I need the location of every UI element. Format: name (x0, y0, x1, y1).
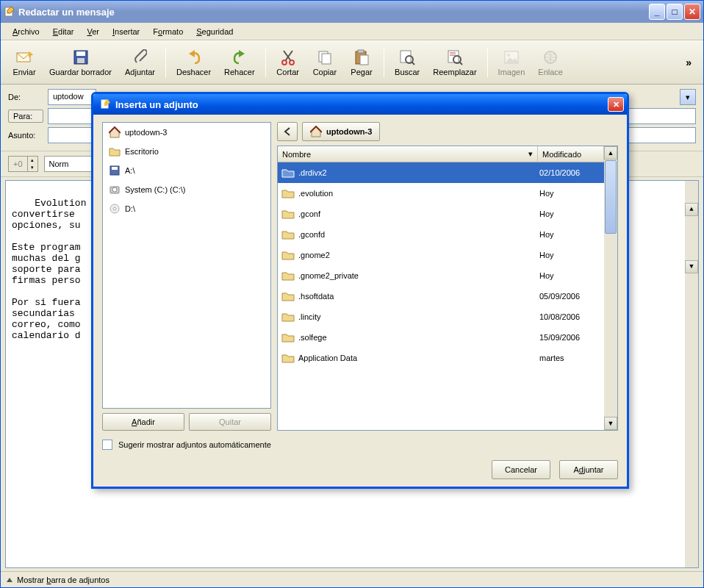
paste-icon (353, 49, 370, 66)
save-draft-button[interactable]: Guardar borrador (43, 46, 118, 79)
floppy-icon (72, 49, 90, 66)
svg-point-25 (113, 207, 116, 210)
home-icon (109, 126, 121, 138)
file-row[interactable]: .gnome2Hoy (278, 245, 604, 265)
copy-button[interactable]: Copiar (307, 46, 342, 79)
attach-dialog: Inserta un adjunto ✕ uptodown-3Escritori… (91, 92, 629, 489)
folder-icon (281, 290, 295, 302)
location-button[interactable]: uptodown-3 (302, 122, 380, 141)
folder-icon (281, 331, 295, 343)
file-row[interactable]: .evolutionHoy (278, 183, 604, 204)
svg-point-23 (112, 187, 117, 192)
link-button: Enlace (532, 46, 569, 79)
add-place-button[interactable]: Añadir (102, 413, 184, 431)
col-modified[interactable]: Modificado (538, 146, 604, 162)
toolbar-overflow[interactable]: » (680, 54, 697, 71)
places-panel: uptodown-3EscritorioA:\System (C:) (C:\)… (102, 122, 271, 431)
file-row[interactable]: .solfege15/09/2006 (278, 327, 604, 348)
floppy-icon (109, 165, 121, 176)
svg-point-5 (282, 60, 287, 65)
suggest-checkbox[interactable] (102, 440, 112, 450)
place-item[interactable]: uptodown-3 (103, 123, 270, 142)
folder-icon (109, 146, 121, 157)
scroll-down-icon[interactable]: ▼ (604, 417, 617, 430)
file-row[interactable]: .gconfdHoy (278, 224, 604, 245)
paste-button[interactable]: Pegar (344, 46, 379, 79)
spin-down[interactable]: ▾ (27, 164, 37, 171)
find-button[interactable]: Buscar (389, 46, 425, 79)
undo-button[interactable]: Deshacer (170, 46, 217, 79)
scroll-up-icon[interactable]: ▲ (685, 203, 698, 216)
editor-scrollbar[interactable]: ▲ ▼ (685, 181, 698, 567)
menu-formato[interactable]: Formato (147, 26, 189, 37)
menu-archivo[interactable]: Archivo (7, 26, 46, 37)
compose-icon (4, 6, 15, 18)
dialog-close-button[interactable]: ✕ (608, 97, 624, 112)
toolbar-separator (487, 48, 488, 77)
attach-button[interactable]: Adjuntar (119, 46, 161, 79)
font-size-spinner[interactable]: +0 ▴▾ (8, 156, 38, 172)
send-button[interactable]: Enviar (7, 46, 42, 79)
suggest-row: Sugerir mostrar adjuntos automáticamente (102, 440, 618, 450)
scroll-down-icon[interactable]: ▼ (685, 260, 698, 273)
menu-seguridad[interactable]: Seguridad (190, 26, 239, 37)
svg-point-6 (290, 60, 294, 65)
file-row[interactable]: .gnome2_privateHoy (278, 265, 604, 286)
paperclip-icon (131, 49, 148, 66)
scroll-up-icon[interactable]: ▲ (604, 146, 617, 159)
scroll-thumb[interactable] (605, 160, 617, 234)
envelope-send-icon (15, 49, 33, 66)
folder-icon (281, 270, 295, 282)
to-button[interactable]: Para: (8, 110, 43, 123)
toolbar-separator (165, 48, 166, 77)
attach-confirm-button[interactable]: Adjuntar (559, 460, 618, 479)
place-item[interactable]: Escritorio (103, 142, 270, 161)
file-list: Nombre▾ Modificado .drdivx202/10/2006.ev… (277, 146, 618, 431)
redo-button[interactable]: Rehacer (218, 46, 261, 79)
signature-combo[interactable]: ▾ (680, 89, 696, 105)
places-list[interactable]: uptodown-3EscritorioA:\System (C:) (C:\)… (102, 122, 271, 409)
menu-ver[interactable]: Ver (81, 26, 105, 37)
place-item[interactable]: A:\ (103, 161, 270, 180)
folder-icon (281, 167, 295, 179)
file-row[interactable]: .gconfHoy (278, 204, 604, 224)
image-icon (503, 49, 520, 66)
scissors-icon (279, 49, 297, 66)
link-icon (542, 49, 559, 66)
suggest-label[interactable]: Sugerir mostrar adjuntos automáticamente (118, 440, 271, 449)
file-row[interactable]: .drdivx202/10/2006 (278, 162, 604, 183)
cut-button[interactable]: Cortar (270, 46, 306, 79)
nav-back-button[interactable] (277, 122, 298, 141)
search-icon (398, 49, 416, 66)
redo-icon (231, 49, 248, 66)
minimize-button[interactable]: _ (649, 4, 665, 20)
col-name[interactable]: Nombre▾ (278, 146, 538, 162)
menu-insertar[interactable]: Insertar (107, 26, 146, 37)
maximize-button[interactable]: □ (667, 4, 683, 20)
svg-rect-10 (358, 50, 364, 53)
file-scrollbar[interactable]: ▲ ▼ (604, 146, 617, 430)
place-item[interactable]: D:\ (103, 199, 270, 218)
menubar: Archivo Editar Ver Insertar Formato Segu… (1, 23, 703, 40)
from-combo[interactable]: uptodow (48, 89, 96, 105)
status-text[interactable]: Mostrar barra de adjuntos (17, 576, 109, 584)
file-row[interactable]: .hsoftdata05/09/2006 (278, 286, 604, 306)
window-title: Redactar un mensaje (15, 7, 649, 18)
svg-rect-8 (322, 54, 331, 64)
compose-icon (101, 99, 111, 110)
toolbar: Enviar Guardar borrador Adjuntar Deshace… (1, 40, 703, 85)
statusbar: Mostrar barra de adjuntos (1, 571, 703, 587)
titlebar: Redactar un mensaje _ □ ✕ (1, 1, 703, 23)
file-row[interactable]: Application Datamartes (278, 348, 604, 368)
file-row[interactable]: .lincity10/08/2006 (278, 306, 604, 327)
expand-icon[interactable] (7, 578, 12, 582)
copy-icon (316, 49, 334, 66)
spin-up[interactable]: ▴ (27, 157, 37, 164)
menu-editar[interactable]: Editar (47, 26, 80, 37)
replace-icon (446, 49, 464, 66)
close-button[interactable]: ✕ (684, 4, 700, 20)
replace-button[interactable]: Reemplazar (427, 46, 482, 79)
place-item[interactable]: System (C:) (C:\) (103, 180, 270, 199)
file-list-header: Nombre▾ Modificado (278, 146, 604, 162)
cancel-button[interactable]: Cancelar (492, 460, 550, 479)
